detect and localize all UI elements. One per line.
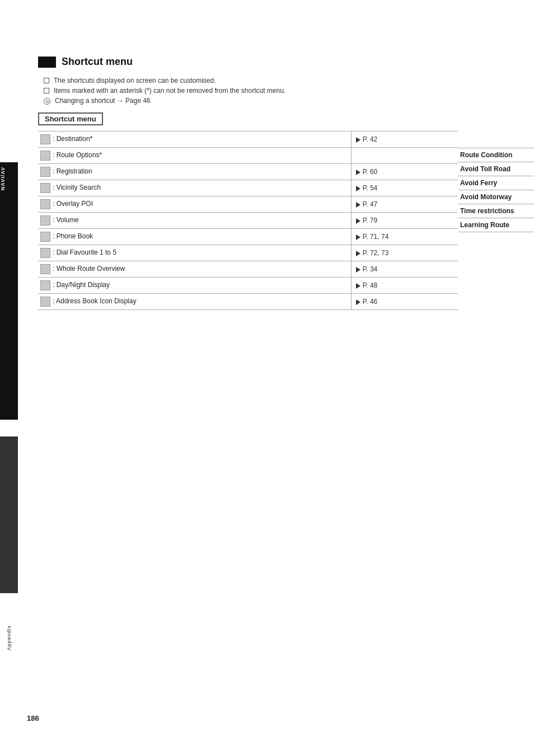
bullet-circle-icon-3: [44, 98, 50, 105]
page-ref-10: P. 46: [363, 298, 377, 306]
shortcut-menu-box-label: Shortcut menu: [38, 112, 103, 125]
destination-icon: [40, 134, 50, 144]
section-title: Shortcut menu: [62, 56, 133, 68]
sub-cell-label-0: Route Condition: [458, 148, 534, 162]
bullet-item-1: The shortcuts displayed on screen can be…: [44, 77, 512, 84]
menu-cell-page-4: P. 47: [351, 196, 458, 213]
bullet-item-3: Changing a shortcut → Page 46: [44, 97, 512, 105]
menu-row: : Dial Favourite 1 to 5P. 72, 73: [38, 245, 458, 261]
menu-cell-page-6: P. 71, 74: [351, 229, 458, 245]
menu-cell-label-5: : Volume: [38, 213, 351, 229]
tables-row: : Destination*P. 42: Route Options*: Reg…: [38, 131, 512, 310]
menu-row: : Day/Night DisplayP. 48: [38, 278, 458, 294]
arrow-right-icon-2: [356, 170, 360, 175]
menu-item-label-9: : Day/Night Display: [53, 281, 110, 289]
arrow-right-icon-6: [356, 234, 360, 240]
menu-cell-page-2: P. 60: [351, 164, 458, 180]
appendix-sidebar: Appendix: [0, 593, 18, 683]
sub-row-1: Avoid Toll RoadP. 32: [458, 162, 534, 176]
day-night-icon: [40, 280, 50, 290]
bullet-item-2: Items marked with an asterisk (*) can no…: [44, 87, 512, 95]
menu-cell-page-0: P. 42: [351, 132, 458, 148]
title-black-bar: [38, 57, 56, 68]
menu-cell-page-8: P. 34: [351, 261, 458, 278]
section-title-row: Shortcut menu: [38, 56, 512, 68]
page-ref-5: P. 79: [363, 217, 377, 224]
sub-row-4: Time restrictionsP. 33: [458, 204, 534, 218]
menu-row: : Phone BookP. 71, 74: [38, 229, 458, 245]
sub-cell-label-5: Learning Route: [458, 218, 534, 232]
menu-cell-page-3: P. 54: [351, 180, 458, 196]
menu-cell-label-2: : Registration: [38, 164, 351, 180]
menu-cell-page-5: P. 79: [351, 213, 458, 229]
page-ref-4: P. 47: [363, 200, 377, 208]
appendix-label: Appendix: [6, 625, 12, 651]
sub-cell-label-1: Avoid Toll Road: [458, 162, 534, 176]
menu-item-label-1: : Route Options*: [53, 151, 102, 159]
menu-item-label-10: : Address Book Icon Display: [53, 297, 136, 305]
bullet-text-1: The shortcuts displayed on screen can be…: [54, 77, 216, 84]
menu-item-label-4: : Overlay POI: [53, 200, 93, 208]
arrow-right-icon-5: [356, 218, 360, 224]
menu-row: : Vicinity SearchP. 54: [38, 180, 458, 196]
address-book-icon: [40, 297, 50, 307]
menu-item-label-6: : Phone Book: [53, 232, 93, 240]
arrow-right-icon-0: [356, 137, 360, 143]
menu-item-label-3: : Vicinity Search: [53, 184, 101, 191]
bullet-text-2: Items marked with an asterisk (*) can no…: [54, 87, 285, 95]
right-sub-section: Route ConditionP. 32Avoid Toll RoadP. 32…: [458, 131, 534, 232]
navi-av-label: NAVI/AV: [0, 162, 18, 195]
page-ref-8: P. 34: [363, 265, 377, 273]
arrow-right-icon-3: [356, 186, 360, 191]
main-content: Shortcut menu The shortcuts displayed on…: [27, 0, 534, 332]
menu-cell-label-10: : Address Book Icon Display: [38, 294, 351, 310]
arrow-right-icon-8: [356, 267, 360, 273]
page-ref-9: P. 48: [363, 281, 377, 289]
menu-item-label-0: : Destination*: [53, 135, 92, 143]
page-number: 186: [27, 714, 39, 722]
menu-cell-page-9: P. 48: [351, 278, 458, 294]
arrow-right-icon-4: [356, 202, 360, 208]
menu-item-label-7: : Dial Favourite 1 to 5: [53, 248, 116, 256]
bullet-text-3: Changing a shortcut → Page 46: [55, 97, 151, 105]
arrow-right-icon-10: [356, 299, 360, 305]
menu-cell-label-3: : Vicinity Search: [38, 180, 351, 196]
menu-cell-label-7: : Dial Favourite 1 to 5: [38, 245, 351, 261]
volume-icon: [40, 215, 50, 226]
page-ref-7: P. 72, 73: [363, 249, 389, 257]
appendix-sidebar-dark: [0, 436, 18, 593]
sub-row-3: Avoid MotorwayP. 32: [458, 190, 534, 204]
menu-row: : Whole Route OverviewP. 34: [38, 261, 458, 278]
sub-menu-table: Route ConditionP. 32Avoid Toll RoadP. 32…: [458, 148, 534, 232]
sub-row-0: Route ConditionP. 32: [458, 148, 534, 162]
whole-route-icon: [40, 264, 50, 274]
menu-cell-label-0: : Destination*: [38, 132, 351, 148]
menu-cell-label-4: : Overlay POI: [38, 196, 351, 213]
overlay-poi-icon: [40, 199, 50, 209]
menu-cell-label-1: : Route Options*: [38, 148, 351, 164]
menu-cell-label-6: : Phone Book: [38, 229, 351, 245]
sub-cell-label-2: Avoid Ferry: [458, 176, 534, 190]
menu-cell-label-9: : Day/Night Display: [38, 278, 351, 294]
menu-cell-label-8: : Whole Route Overview: [38, 261, 351, 278]
menu-cell-page-10: P. 46: [351, 294, 458, 310]
menu-row: : Overlay POIP. 47: [38, 196, 458, 213]
bullet-square-icon-2: [44, 88, 49, 93]
left-menu-section: : Destination*P. 42: Route Options*: Reg…: [38, 131, 458, 310]
route-options-icon: [40, 151, 50, 161]
menu-item-label-8: : Whole Route Overview: [53, 265, 125, 273]
menu-row: : Address Book Icon DisplayP. 46: [38, 294, 458, 310]
phone-book-icon: [40, 232, 50, 242]
sub-row-5: Learning RouteP. 33: [458, 218, 534, 232]
menu-row: : VolumeP. 79: [38, 213, 458, 229]
sub-row-2: Avoid FerryP. 32: [458, 176, 534, 190]
sub-cell-label-4: Time restrictions: [458, 204, 534, 218]
menu-row: : Destination*P. 42: [38, 132, 458, 148]
menu-cell-page-1: [351, 148, 458, 164]
bullet-square-icon-1: [44, 78, 49, 83]
menu-item-label-5: : Volume: [53, 216, 79, 224]
arrow-right-icon-7: [356, 251, 360, 256]
page-ref-2: P. 60: [363, 168, 377, 176]
arrow-right-icon-9: [356, 283, 360, 289]
vicinity-search-icon: [40, 183, 50, 193]
